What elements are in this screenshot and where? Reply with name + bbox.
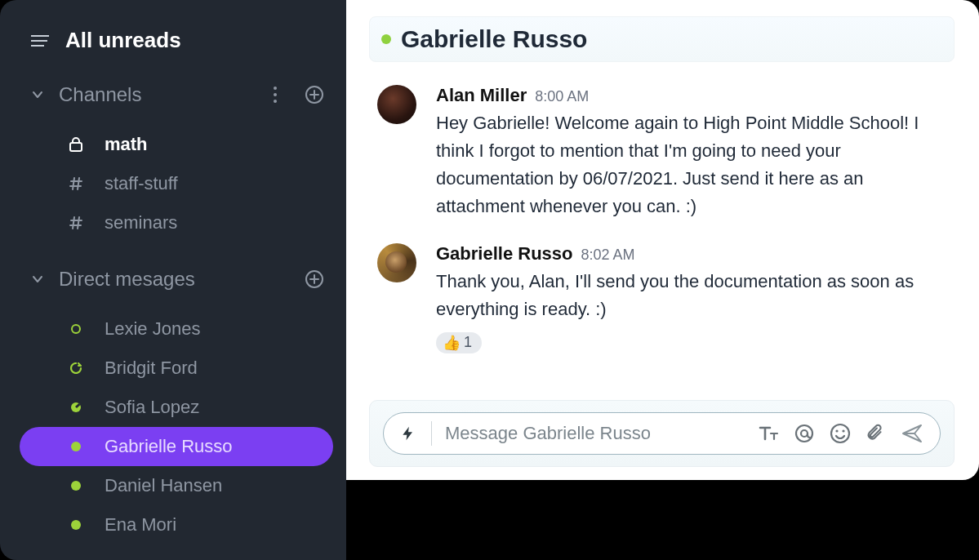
text-format-icon	[757, 422, 780, 445]
message-text: Thank you, Alan, I'll send you the docum…	[436, 268, 955, 323]
presence-dnd-icon	[65, 402, 87, 413]
svg-point-1	[274, 93, 277, 96]
hash-icon	[65, 215, 87, 231]
dm-item-ena-mori[interactable]: Ena Mori	[20, 505, 333, 544]
dm-item-sofia-lopez[interactable]: Sofia Lopez	[20, 388, 333, 427]
new-dm-button[interactable]	[302, 267, 327, 291]
channel-item-math[interactable]: math	[20, 125, 333, 164]
dm-item-lexie-jones[interactable]: Lexie Jones	[20, 309, 333, 349]
divider	[431, 421, 432, 446]
svg-point-2	[274, 100, 277, 103]
dm-label: Ena Mori	[105, 514, 176, 536]
emoji-button[interactable]	[829, 422, 852, 445]
more-vertical-icon	[273, 86, 278, 104]
message-time: 8:02 AM	[581, 247, 635, 264]
sidebar: All unreads Channels math	[0, 0, 346, 560]
plus-circle-icon	[305, 269, 324, 289]
avatar[interactable]	[377, 85, 416, 124]
channel-item-staff-stuff[interactable]: staff-stuff	[20, 164, 333, 203]
dm-label: Gabrielle Russo	[105, 436, 233, 457]
message-input[interactable]	[445, 423, 744, 444]
channels-section-header[interactable]: Channels	[20, 82, 333, 107]
shortcuts-button[interactable]	[400, 424, 418, 443]
channel-label: seminars	[105, 212, 177, 233]
paperclip-icon	[866, 422, 887, 445]
reaction-pill[interactable]: 👍 1	[436, 332, 482, 353]
presence-online-icon	[65, 520, 87, 530]
presence-ring-icon	[65, 324, 87, 334]
channels-header-label: Channels	[59, 83, 248, 106]
svg-point-7	[801, 430, 808, 437]
send-icon	[901, 422, 923, 445]
chevron-down-icon	[31, 88, 44, 101]
reaction-count: 1	[464, 334, 472, 351]
message-time: 8:00 AM	[535, 88, 589, 105]
channel-label: math	[105, 134, 148, 155]
channel-label: staff-stuff	[105, 173, 178, 194]
add-channel-button[interactable]	[302, 82, 327, 107]
avatar[interactable]	[377, 243, 416, 282]
dm-section-header[interactable]: Direct mesages	[20, 267, 333, 291]
dm-header-label: Direct mesages	[59, 268, 287, 291]
message-list: Alan Miller 8:00 AM Hey Gabrielle! Welco…	[369, 85, 955, 400]
chat-pane: Gabrielle Russo Alan Miller 8:00 AM Hey …	[346, 0, 979, 480]
menu-icon	[31, 35, 49, 47]
svg-rect-4	[70, 143, 82, 151]
dm-item-bridgit-ford[interactable]: Bridgit Ford	[20, 349, 333, 388]
message: Alan Miller 8:00 AM Hey Gabrielle! Welco…	[377, 85, 955, 220]
presence-away-icon	[65, 362, 87, 374]
chevron-down-icon	[31, 273, 44, 286]
dm-list: Lexie Jones Bridgit Ford Sofia Lopez Gab…	[20, 309, 333, 544]
channels-list: math staff-stuff seminars	[20, 125, 333, 242]
presence-online-icon	[381, 34, 391, 44]
dm-label: Sofia Lopez	[105, 397, 199, 418]
mention-button[interactable]	[793, 422, 816, 445]
dm-item-gabrielle-russo[interactable]: Gabrielle Russo	[20, 427, 333, 466]
message-author[interactable]: Gabrielle Russo	[436, 243, 573, 264]
lock-icon	[65, 136, 87, 153]
send-button[interactable]	[901, 422, 923, 445]
all-unreads-button[interactable]: All unreads	[20, 28, 333, 53]
svg-point-6	[796, 425, 812, 442]
plus-circle-icon	[305, 85, 324, 104]
svg-point-0	[274, 87, 277, 90]
message-author[interactable]: Alan Miller	[436, 85, 527, 106]
channels-more-button[interactable]	[263, 82, 287, 107]
dm-label: Lexie Jones	[105, 318, 200, 340]
dm-label: Daniel Hansen	[105, 475, 222, 496]
svg-point-10	[842, 429, 844, 432]
svg-point-8	[831, 424, 849, 442]
chat-title: Gabrielle Russo	[401, 25, 587, 53]
composer	[383, 412, 941, 455]
dm-label: Bridgit Ford	[105, 358, 198, 379]
chat-header[interactable]: Gabrielle Russo	[369, 16, 955, 62]
bolt-icon	[400, 424, 416, 443]
message: Gabrielle Russo 8:02 AM Thank you, Alan,…	[377, 243, 955, 353]
hash-icon	[65, 176, 87, 192]
thumbs-up-icon: 👍	[443, 334, 461, 352]
format-button[interactable]	[757, 422, 780, 445]
message-text: Hey Gabrielle! Welcome again to High Poi…	[436, 109, 955, 220]
all-unreads-label: All unreads	[65, 28, 181, 53]
presence-online-icon	[65, 442, 87, 451]
channel-item-seminars[interactable]: seminars	[20, 203, 333, 242]
smile-icon	[829, 422, 852, 445]
dm-item-daniel-hansen[interactable]: Daniel Hansen	[20, 466, 333, 505]
svg-point-9	[835, 429, 838, 432]
presence-online-icon	[65, 481, 87, 491]
at-icon	[793, 422, 816, 445]
composer-area	[369, 400, 955, 467]
attach-button[interactable]	[865, 422, 888, 445]
